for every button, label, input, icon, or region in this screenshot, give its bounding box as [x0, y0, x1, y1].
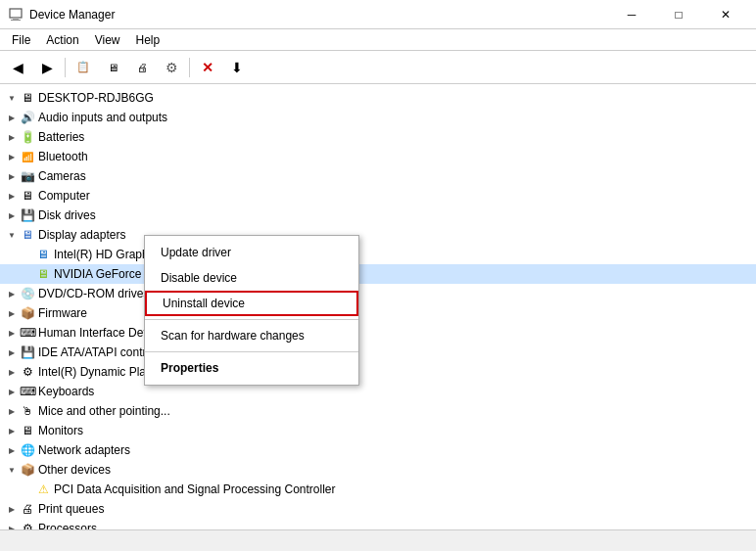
- maximize-button[interactable]: □: [656, 0, 701, 29]
- tree-disk[interactable]: ▶ 💾 Disk drives: [0, 206, 756, 225]
- context-menu: Update driver Disable device Uninstall d…: [144, 235, 359, 386]
- ctx-disable-device[interactable]: Disable device: [145, 265, 358, 291]
- title-bar: Device Manager ─ □ ✕: [0, 0, 756, 29]
- tree-intel-dyn[interactable]: ▶ ⚙ Intel(R) Dynamic Platform...: [0, 362, 756, 382]
- ctx-uninstall-device[interactable]: Uninstall device: [145, 291, 358, 316]
- menu-action[interactable]: Action: [38, 31, 86, 49]
- tree-pci[interactable]: ▶ ⚠ PCI Data Acquisition and Signal Proc…: [0, 480, 756, 499]
- tree-mice[interactable]: ▶ 🖱 Mice and other pointing...: [0, 401, 756, 421]
- mice-icon: 🖱: [20, 403, 35, 419]
- menu-view[interactable]: View: [87, 31, 128, 49]
- menu-file[interactable]: File: [4, 31, 38, 49]
- print-icon: 🖨: [20, 501, 35, 517]
- expand-bluetooth[interactable]: ▶: [4, 149, 20, 164]
- tree-nvidia[interactable]: ▶ 🖥 NVIDIA GeForce 940M: [0, 264, 756, 284]
- tree-network[interactable]: ▶ 🌐 Network adapters: [0, 440, 756, 460]
- toolbar-back[interactable]: ◀: [4, 55, 31, 80]
- print-label: Print queues: [38, 502, 104, 516]
- expand-cameras[interactable]: ▶: [4, 168, 20, 184]
- bluetooth-icon: 📶: [20, 149, 35, 164]
- disk-icon: 💾: [20, 207, 35, 223]
- tree-processors[interactable]: ▶ ⚙ Processors: [0, 519, 756, 529]
- other-label: Other devices: [38, 463, 111, 477]
- expand-processors[interactable]: ▶: [4, 521, 20, 529]
- tree-batteries[interactable]: ▶ 🔋 Batteries: [0, 127, 756, 147]
- toolbar-download[interactable]: ⬇: [223, 55, 251, 80]
- tree-hid[interactable]: ▶ ⌨ Human Interface Devices: [0, 323, 756, 343]
- bluetooth-label: Bluetooth: [38, 150, 88, 163]
- main-area: ▼ 🖥 DESKTOP-RDJB6GG ▶ 🔊 Audio inputs and…: [0, 84, 756, 529]
- expand-other[interactable]: ▼: [4, 462, 20, 478]
- expand-ide[interactable]: ▶: [4, 344, 20, 360]
- pci-label: PCI Data Acquisition and Signal Processi…: [54, 482, 335, 496]
- expand-intel-dyn[interactable]: ▶: [4, 364, 20, 380]
- tree-print[interactable]: ▶ 🖨 Print queues: [0, 499, 756, 519]
- expand-batteries[interactable]: ▶: [4, 129, 20, 145]
- toolbar-update[interactable]: 🖥: [99, 55, 126, 80]
- tree-firmware[interactable]: ▶ 📦 Firmware: [0, 303, 756, 323]
- other-icon: 📦: [20, 462, 35, 478]
- expand-keyboards[interactable]: ▶: [4, 384, 20, 399]
- expand-mice[interactable]: ▶: [4, 403, 20, 419]
- keyboards-icon: ⌨: [20, 384, 35, 399]
- monitors-icon: 🖥: [20, 423, 35, 438]
- tree-other[interactable]: ▼ 📦 Other devices: [0, 460, 756, 480]
- device-tree[interactable]: ▼ 🖥 DESKTOP-RDJB6GG ▶ 🔊 Audio inputs and…: [0, 84, 756, 529]
- expand-monitors[interactable]: ▶: [4, 423, 20, 438]
- keyboards-label: Keyboards: [38, 385, 94, 398]
- expand-computer[interactable]: ▶: [4, 188, 20, 204]
- hid-icon: ⌨: [20, 325, 35, 341]
- tree-dvd[interactable]: ▶ 💿 DVD/CD-ROM drives: [0, 284, 756, 303]
- ctx-scan-changes[interactable]: Scan for hardware changes: [145, 323, 358, 348]
- window-title: Device Manager: [29, 8, 609, 22]
- cameras-icon: 📷: [20, 168, 35, 184]
- minimize-button[interactable]: ─: [609, 0, 654, 29]
- monitors-label: Monitors: [38, 424, 83, 437]
- app-icon: [8, 7, 24, 23]
- tree-ide[interactable]: ▶ 💾 IDE ATA/ATAPI controllers: [0, 343, 756, 362]
- toolbar-forward[interactable]: ▶: [33, 55, 61, 80]
- computer-icon: 🖥: [20, 90, 35, 106]
- disk-label: Disk drives: [38, 208, 96, 222]
- cameras-label: Cameras: [38, 169, 86, 183]
- toolbar-uninstall[interactable]: ✕: [194, 55, 221, 80]
- expand-audio[interactable]: ▶: [4, 110, 20, 125]
- expand-dvd[interactable]: ▶: [4, 286, 20, 301]
- expand-root[interactable]: ▼: [4, 90, 20, 106]
- expand-display[interactable]: ▼: [4, 227, 20, 243]
- expand-network[interactable]: ▶: [4, 442, 20, 458]
- tree-display[interactable]: ▼ 🖥 Display adapters: [0, 225, 756, 245]
- tree-keyboards[interactable]: ▶ ⌨ Keyboards: [0, 382, 756, 401]
- intel-dyn-icon: ⚙: [20, 364, 35, 380]
- ide-icon: 💾: [20, 344, 35, 360]
- tree-computer[interactable]: ▶ 🖥 Computer: [0, 186, 756, 206]
- expand-firmware[interactable]: ▶: [4, 305, 20, 321]
- dvd-icon: 💿: [20, 286, 35, 301]
- tree-intel-gpu[interactable]: ▶ 🖥 Intel(R) HD Graphics 520: [0, 245, 756, 264]
- close-button[interactable]: ✕: [703, 0, 748, 29]
- tree-audio[interactable]: ▶ 🔊 Audio inputs and outputs: [0, 108, 756, 127]
- window-controls: ─ □ ✕: [609, 0, 748, 29]
- toolbar-properties[interactable]: 📋: [70, 55, 97, 80]
- audio-icon: 🔊: [20, 110, 35, 125]
- expand-hid[interactable]: ▶: [4, 325, 20, 341]
- toolbar-scan[interactable]: 🖨: [128, 55, 156, 80]
- ctx-separator-1: [145, 319, 358, 320]
- computer-label: Computer: [38, 189, 90, 203]
- status-bar: [0, 529, 756, 551]
- tree-monitors[interactable]: ▶ 🖥 Monitors: [0, 421, 756, 440]
- ctx-properties[interactable]: Properties: [145, 355, 358, 381]
- tree-bluetooth[interactable]: ▶ 📶 Bluetooth: [0, 147, 756, 166]
- processors-icon: ⚙: [20, 521, 35, 529]
- intel-icon: 🖥: [35, 247, 51, 262]
- tree-cameras[interactable]: ▶ 📷 Cameras: [0, 166, 756, 186]
- expand-print[interactable]: ▶: [4, 501, 20, 517]
- ctx-update-driver[interactable]: Update driver: [145, 240, 358, 265]
- display-icon: 🖥: [20, 227, 35, 243]
- tree-root[interactable]: ▼ 🖥 DESKTOP-RDJB6GG: [0, 88, 756, 108]
- svg-rect-2: [11, 20, 21, 21]
- dvd-label: DVD/CD-ROM drives: [38, 287, 149, 300]
- menu-help[interactable]: Help: [128, 31, 168, 49]
- toolbar-add[interactable]: ⚙: [158, 55, 185, 80]
- expand-disk[interactable]: ▶: [4, 207, 20, 223]
